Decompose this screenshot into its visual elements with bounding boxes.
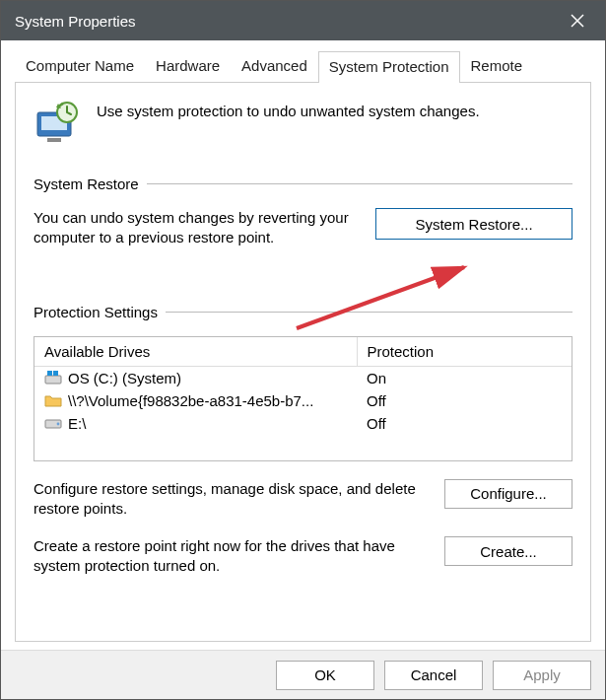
- drive-name: \\?\Volume{f98832be-a831-4e5b-b7...: [68, 392, 313, 409]
- cancel-button[interactable]: Cancel: [384, 661, 483, 690]
- os-drive-icon: [44, 370, 62, 385]
- configure-button[interactable]: Configure...: [444, 479, 572, 509]
- close-icon: [571, 14, 584, 28]
- dialog-button-bar: OK Cancel Apply: [1, 650, 605, 699]
- group-title-protection: Protection Settings: [34, 304, 158, 320]
- system-restore-button[interactable]: System Restore...: [375, 208, 572, 240]
- tab-strip: Computer Name Hardware Advanced System P…: [15, 50, 591, 83]
- col-protection[interactable]: Protection: [357, 337, 572, 367]
- drive-protection: On: [357, 366, 572, 389]
- tab-remote[interactable]: Remote: [460, 50, 534, 82]
- window-title: System Properties: [15, 13, 555, 30]
- group-system-restore: System Restore You can undo system chang…: [34, 175, 572, 248]
- hero-text: Use system protection to undo unwanted s…: [97, 99, 480, 119]
- system-properties-window: System Properties Computer Name Hardware…: [0, 0, 606, 700]
- tab-computer-name[interactable]: Computer Name: [15, 50, 145, 82]
- ok-button[interactable]: OK: [276, 661, 374, 690]
- group-title-restore: System Restore: [34, 175, 139, 192]
- folder-icon: [44, 392, 62, 408]
- dialog-body: Computer Name Hardware Advanced System P…: [1, 40, 605, 650]
- create-button[interactable]: Create...: [444, 536, 572, 566]
- system-protection-icon: [34, 99, 81, 146]
- restore-description: You can undo system changes by reverting…: [34, 208, 358, 248]
- configure-description: Configure restore settings, manage disk …: [34, 479, 427, 520]
- col-available-drives[interactable]: Available Drives: [34, 337, 357, 367]
- table-row[interactable]: E:\ Off: [34, 412, 572, 435]
- svg-rect-8: [45, 376, 61, 384]
- tab-system-protection[interactable]: System Protection: [318, 51, 460, 83]
- table-row[interactable]: OS (C:) (System) On: [34, 366, 572, 389]
- apply-button[interactable]: Apply: [493, 661, 591, 690]
- titlebar: System Properties: [1, 1, 605, 40]
- svg-rect-4: [47, 138, 61, 142]
- tab-hardware[interactable]: Hardware: [145, 50, 231, 82]
- svg-point-12: [57, 423, 60, 426]
- drive-name: OS (C:) (System): [68, 370, 181, 386]
- tab-advanced[interactable]: Advanced: [231, 50, 318, 82]
- create-description: Create a restore point right now for the…: [34, 536, 427, 577]
- close-button[interactable]: [555, 1, 599, 40]
- hero-row: Use system protection to undo unwanted s…: [34, 99, 572, 146]
- drive-protection: Off: [357, 389, 572, 412]
- svg-rect-10: [53, 371, 58, 376]
- tab-panel: Use system protection to undo unwanted s…: [15, 83, 591, 642]
- drives-table: Available Drives Protection OS (C:) (Sys…: [34, 336, 572, 461]
- group-protection-settings: Protection Settings Available Drives Pro…: [34, 304, 572, 577]
- drive-protection: Off: [357, 412, 572, 435]
- drive-name: E:\: [68, 415, 86, 432]
- svg-rect-9: [47, 371, 52, 376]
- drive-icon: [44, 415, 62, 431]
- table-row[interactable]: \\?\Volume{f98832be-a831-4e5b-b7... Off: [34, 389, 572, 412]
